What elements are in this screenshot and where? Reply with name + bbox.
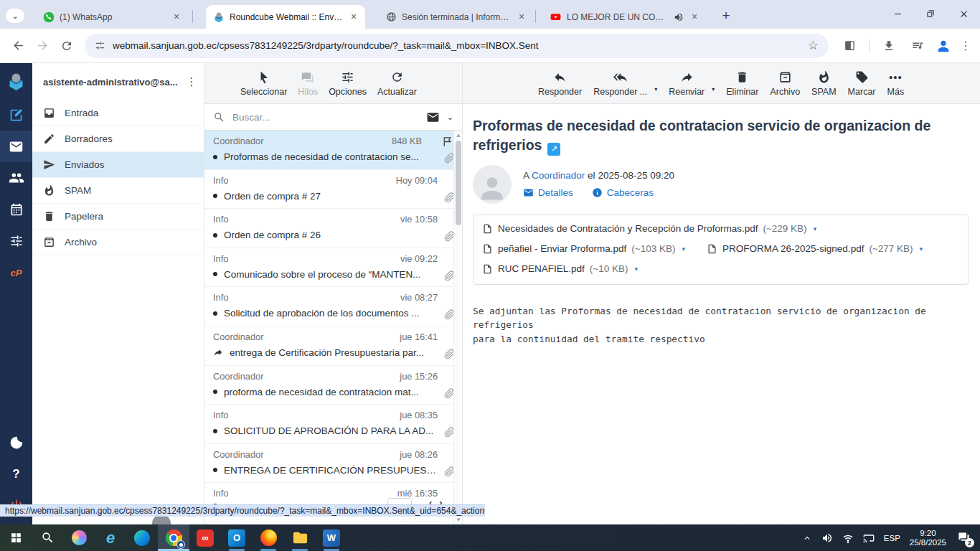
scroll-down-icon[interactable]: ▼ (455, 517, 462, 523)
forward-caret-icon[interactable]: ▾ (712, 86, 715, 93)
message-list-item[interactable]: Coordinadorjue 16:41 entrega de Certific… (204, 326, 462, 366)
tab-search-button[interactable]: ⌄ (6, 9, 24, 23)
attachment-item[interactable]: Necesidades de Contratación y Recepción … (482, 220, 816, 238)
acrobat-button[interactable]: ∞ (189, 524, 221, 551)
scrollbar-thumb[interactable] (456, 141, 461, 225)
roundcube-logo[interactable] (0, 63, 32, 99)
sidebar-item-spam[interactable]: SPAM (32, 178, 204, 204)
sidebar-item-papelera[interactable]: Papelera (32, 204, 204, 230)
url-text[interactable]: webmail.sanjuan.gob.ec/cpsess7831249225/… (113, 40, 801, 51)
language-indicator[interactable]: ESP (884, 534, 900, 542)
address-bar[interactable]: webmail.sanjuan.gob.ec/cpsess7831249225/… (85, 34, 829, 58)
attachment-name[interactable]: PROFORMA 26-2025-signed.pdf (722, 243, 864, 254)
sidebar-item-borradores[interactable]: Borradores (32, 126, 204, 152)
start-button[interactable] (0, 524, 32, 551)
contacts-nav-button[interactable] (0, 162, 32, 194)
mail-nav-button[interactable] (0, 131, 32, 162)
message-list-item[interactable]: Infovie 08:27 Solicitud de aprobación de… (204, 287, 462, 326)
outlook-button[interactable]: O (221, 524, 253, 551)
message-list-item[interactable]: InfoHoy 09:04 Orden de compra # 27 (204, 170, 462, 209)
attachment-item[interactable]: RUC PENAFIEL.pdf (~10 KB) ▾ (482, 260, 638, 278)
search-scope-envelope-icon[interactable] (426, 110, 440, 124)
site-info-icon[interactable] (95, 40, 105, 51)
side-panel-button[interactable] (837, 34, 862, 58)
window-minimize-button[interactable] (881, 0, 914, 27)
downloads-button[interactable] (877, 34, 901, 58)
attachment-name[interactable]: RUC PENAFIEL.pdf (498, 263, 585, 274)
search-input[interactable] (232, 112, 419, 123)
compose-button[interactable] (0, 99, 32, 131)
browser-menu-button[interactable]: ⋮ (957, 39, 974, 52)
reload-button[interactable] (55, 34, 79, 58)
tab-whatsapp[interactable]: (1) WhatsApp × (36, 5, 188, 29)
close-icon[interactable]: × (348, 11, 359, 23)
edge-button[interactable] (126, 524, 158, 551)
headers-toggle[interactable]: Cabeceras (592, 187, 654, 198)
close-icon[interactable]: × (689, 11, 700, 23)
attachment-menu-icon[interactable]: ▾ (634, 265, 638, 273)
volume-icon[interactable] (821, 532, 833, 544)
forward-button[interactable]: Reenviar (669, 63, 705, 103)
more-button[interactable]: ••• Más (887, 63, 905, 103)
message-list-item[interactable]: Coordinadorjue 08:26 ENTREGA DE CERTIFIC… (204, 444, 462, 484)
settings-nav-button[interactable] (0, 225, 32, 257)
attachment-item[interactable]: peñafiel - Enviar Proforma.pdf (~103 KB)… (482, 240, 685, 258)
details-toggle[interactable]: Detalles (523, 187, 573, 198)
attachment-item[interactable]: PROFORMA 26-2025-signed.pdf (~277 KB) ▾ (707, 240, 923, 258)
reply-all-caret-icon[interactable]: ▾ (654, 86, 657, 93)
reading-list-button[interactable] (905, 34, 930, 58)
open-in-new-window-button[interactable]: ↗ (547, 143, 560, 156)
reply-all-button[interactable]: Responder ... (593, 63, 647, 103)
cast-icon[interactable] (863, 532, 875, 544)
internet-explorer-button[interactable]: e (95, 524, 126, 551)
flag-icon[interactable] (441, 136, 453, 148)
copilot-button[interactable] (63, 524, 95, 551)
notification-center-button[interactable]: 2 (956, 530, 971, 546)
message-list-item[interactable]: Coordinador848 KB Proformas de necesidad… (204, 131, 462, 170)
new-tab-button[interactable]: + (716, 6, 736, 26)
mark-button[interactable]: Marcar (848, 63, 876, 103)
message-list-item[interactable]: Infovie 10:58 Orden de compra # 26 (204, 209, 462, 248)
spam-button[interactable]: SPAM (811, 63, 837, 103)
list-scrollbar[interactable]: ▲ ▼ (453, 131, 462, 524)
search-options-chevron-icon[interactable]: ⌄ (447, 113, 453, 122)
attachment-menu-icon[interactable]: ▾ (682, 245, 686, 253)
profile-button[interactable] (934, 37, 953, 55)
word-button[interactable]: W (316, 524, 347, 551)
window-close-button[interactable] (947, 0, 980, 27)
message-list-item[interactable]: Infovie 09:22 Comunicado sobre el proces… (204, 248, 462, 288)
message-list-item[interactable]: Coordinadorjue 15:26 proforma de necesid… (204, 366, 462, 405)
dark-mode-button[interactable] (0, 427, 32, 458)
close-icon[interactable]: × (516, 11, 527, 23)
sidebar-item-entrada[interactable]: Entrada (32, 100, 204, 126)
refresh-button[interactable]: Actualizar (377, 63, 417, 103)
tab-informes[interactable]: Sesión terminada | Informes Me × (379, 5, 533, 29)
tab-youtube[interactable]: LO MEJOR DE UN CORAZÓ × (542, 5, 706, 29)
taskbar-search-button[interactable] (32, 524, 63, 551)
threads-button[interactable]: Hilos (298, 63, 318, 103)
sidebar-item-enviados[interactable]: Enviados (32, 152, 204, 178)
back-button[interactable] (6, 34, 30, 58)
clock[interactable]: 9:20 25/8/2025 (910, 529, 946, 547)
delete-button[interactable]: Eliminar (726, 63, 758, 103)
tab-audio-icon[interactable] (674, 12, 684, 22)
message-list-item[interactable]: Infojue 08:35 SOLICITUD DE APROBACIÓN D … (204, 405, 462, 444)
firefox-button[interactable] (253, 524, 284, 551)
bookmark-star-icon[interactable]: ☆ (808, 38, 819, 53)
account-menu-button[interactable]: ⋮ (185, 75, 198, 88)
wifi-icon[interactable] (842, 532, 854, 544)
attachment-name[interactable]: peñafiel - Enviar Proforma.pdf (498, 243, 626, 254)
archive-button[interactable]: Archivo (770, 63, 800, 103)
select-button[interactable]: Seleccionar (240, 63, 287, 103)
tray-expand-icon[interactable] (802, 533, 812, 543)
recipient-link[interactable]: Coordinador (532, 170, 585, 181)
reply-button[interactable]: Responder (538, 63, 582, 103)
tab-roundcube[interactable]: Roundcube Webmail :: Enviados × (206, 5, 365, 29)
sidebar-item-archivo[interactable]: Archivo (32, 230, 204, 255)
options-button[interactable]: Opciones (329, 63, 367, 103)
scroll-up-icon[interactable]: ▲ (455, 132, 462, 138)
help-button[interactable]: ? (0, 458, 32, 490)
forward-button[interactable] (30, 34, 55, 58)
close-icon[interactable]: × (171, 11, 182, 23)
attachment-menu-icon[interactable]: ▾ (920, 245, 923, 253)
